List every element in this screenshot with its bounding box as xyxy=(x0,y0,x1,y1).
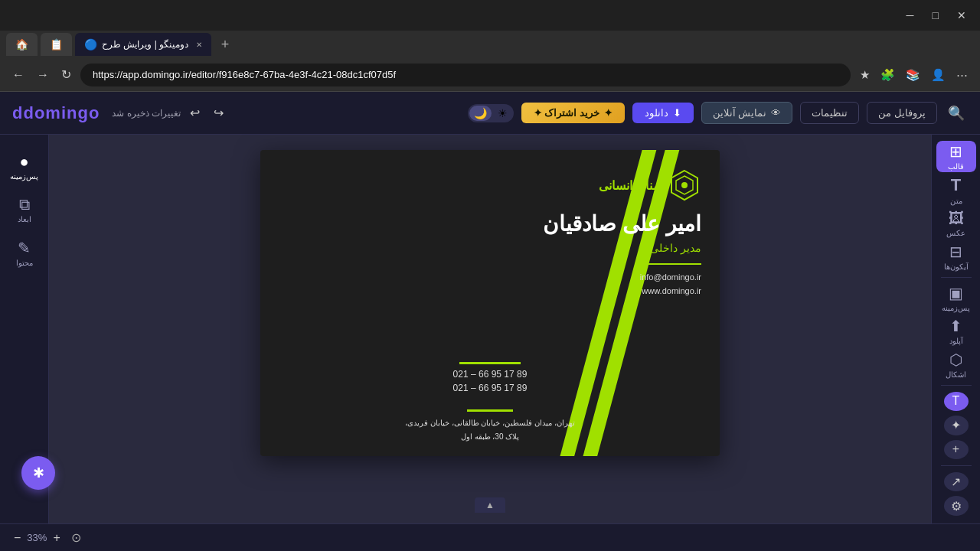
tool-action-settings[interactable]: ⚙ xyxy=(944,496,969,516)
tool-text[interactable]: T متن xyxy=(936,174,976,205)
profile-button[interactable]: پروفایل من xyxy=(867,102,937,124)
tool-image[interactable]: 🖼 عکس xyxy=(936,207,976,239)
collapse-arrow[interactable]: ▲ xyxy=(475,497,505,513)
tool-layers-label: ابعاد xyxy=(18,215,31,223)
download-icon: ⬇ xyxy=(673,107,681,119)
svg-point-2 xyxy=(681,182,688,188)
zoom-in-button[interactable]: + xyxy=(51,530,61,546)
reset-zoom-button[interactable]: ⊙ xyxy=(71,530,81,545)
tool-content[interactable]: ✎ محتوا xyxy=(5,233,44,272)
title-bar: ─ □ ✕ xyxy=(0,0,980,31)
app-logo: ddomingo xyxy=(12,103,100,123)
card-address1: تهران، میدان فلسطین، خیابان طالقانی، خیا… xyxy=(405,419,575,427)
floating-creative-button[interactable]: ✱ xyxy=(21,456,55,490)
minimize-button[interactable]: ─ xyxy=(899,6,922,24)
tool-divider-2 xyxy=(941,385,972,386)
tool-action-translate[interactable]: T xyxy=(944,392,969,412)
tool-image-label: عکس xyxy=(946,229,965,237)
browser-chrome: ─ □ ✕ 🏠 📋 🔵 دومینگو | ویرایش طرح ✕ + ← →… xyxy=(0,0,980,92)
undo-button[interactable]: ↩ xyxy=(185,103,204,123)
collections-button[interactable]: 📚 xyxy=(903,65,923,85)
tool-action-ai[interactable]: ✦ xyxy=(944,416,969,435)
dark-mode-toggle[interactable]: 🌙 ☀ xyxy=(468,104,514,122)
undo-redo: ↩ ↪ xyxy=(185,103,228,123)
tab-2[interactable]: 📋 xyxy=(41,33,72,56)
app-container: ddomingo تغییرات ذخیره شد ↩ ↪ 🌙 ☀ ✦ خرید… xyxy=(0,92,980,551)
card-address2: پلاک 30، طبقه اول xyxy=(461,432,519,441)
zoom-value: 33% xyxy=(27,532,47,543)
app-toolbar: ddomingo تغییرات ذخیره شد ↩ ↪ 🌙 ☀ ✦ خرید… xyxy=(0,92,980,135)
icons-icon: ⊟ xyxy=(949,243,962,261)
url-input[interactable] xyxy=(80,64,851,86)
more-button[interactable]: ⋯ xyxy=(953,65,971,85)
tool-layers[interactable]: ⧉ ابعاد xyxy=(5,190,44,230)
tool-shapes-label: اشکال xyxy=(946,370,966,379)
browser-actions: ★ 🧩 📚 👤 ⋯ xyxy=(857,65,971,85)
settings-button[interactable]: تنظیمات xyxy=(800,102,859,124)
extensions-button[interactable]: 🧩 xyxy=(877,65,898,85)
card-phone2: 021 – 66 95 17 89 xyxy=(453,383,528,393)
tool-background-right-label: پس‌زمینه xyxy=(942,304,970,312)
new-tab-button[interactable]: + xyxy=(214,34,236,55)
preview-icon: 👁 xyxy=(771,107,781,119)
card-name: امیر علی صادقیان xyxy=(543,211,701,236)
bottom-bar: − 33% + ⊙ xyxy=(0,523,980,551)
subscribe-icon: ✦ xyxy=(604,107,612,119)
tool-shapes[interactable]: ⬡ اشکال xyxy=(936,348,976,380)
card-logo: منابع انسانی xyxy=(599,168,701,202)
template-icon: ⊞ xyxy=(949,142,962,161)
preview-button[interactable]: 👁 نمایش آنلاین xyxy=(701,102,793,124)
card-phone1: 021 – 66 95 17 89 xyxy=(453,369,528,380)
floating-icon: ✱ xyxy=(33,465,44,481)
card-title: مدیر داخلی xyxy=(650,242,701,254)
tool-icons[interactable]: ⊟ آیکون‌ها xyxy=(936,240,976,272)
forward-button[interactable]: → xyxy=(34,65,52,85)
refresh-button[interactable]: ↻ xyxy=(58,64,74,85)
subscribe-label: خرید اشتراک ✦ xyxy=(534,107,599,119)
profile-button[interactable]: 👤 xyxy=(928,65,949,85)
profile-label: پروفایل من xyxy=(878,107,926,119)
tool-background-right[interactable]: ▣ پس‌زمینه xyxy=(936,282,976,314)
back-button[interactable]: ← xyxy=(9,65,28,85)
search-toolbar-button[interactable]: 🔍 xyxy=(945,102,968,125)
redo-button[interactable]: ↪ xyxy=(209,103,228,123)
tool-action-add[interactable]: + xyxy=(944,440,969,460)
image-icon: 🖼 xyxy=(949,210,964,227)
card-address-divider xyxy=(467,409,513,412)
editor-area: ● پس‌زمینه ⧉ ابعاد ✎ محتوا xyxy=(0,135,980,523)
tool-content-label: محتوا xyxy=(16,259,33,267)
card-divider xyxy=(640,263,701,265)
moon-icon: 🌙 xyxy=(469,106,492,121)
tool-icons-label: آیکون‌ها xyxy=(944,262,969,271)
tab-close-icon[interactable]: ✕ xyxy=(196,41,202,49)
toolbar-left: ddomingo تغییرات ذخیره شد ↩ ↪ xyxy=(12,103,228,123)
tab-3-icon: 🔵 xyxy=(84,38,97,51)
download-label: دانلود xyxy=(645,107,668,119)
tool-background-label: پس‌زمینه xyxy=(10,172,38,181)
tool-template[interactable]: ⊞ قالب xyxy=(936,141,976,172)
card-website: www.domingo.ir xyxy=(642,286,701,295)
tool-upload[interactable]: ⬆ آپلود xyxy=(936,315,976,347)
logo-text: domingo xyxy=(23,103,100,122)
text-icon: T xyxy=(951,175,961,195)
zoom-out-button[interactable]: − xyxy=(12,530,22,546)
settings-label: تنظیمات xyxy=(812,107,848,119)
close-button[interactable]: ✕ xyxy=(949,6,974,24)
favorites-button[interactable]: ★ xyxy=(857,65,873,85)
tool-divider-3 xyxy=(941,465,972,466)
tab-3-active[interactable]: 🔵 دومینگو | ویرایش طرح ✕ xyxy=(75,33,211,56)
tool-divider-1 xyxy=(941,277,972,278)
tool-background[interactable]: ● پس‌زمینه xyxy=(5,147,44,187)
toolbar-right: 🌙 ☀ ✦ خرید اشتراک ✦ ⬇ دانلود 👁 نمایش آنل… xyxy=(468,102,968,125)
address-bar: ← → ↻ ★ 🧩 📚 👤 ⋯ xyxy=(0,58,980,92)
tool-action-share[interactable]: ↗ xyxy=(944,472,969,492)
background-right-icon: ▣ xyxy=(949,284,963,302)
tool-template-label: قالب xyxy=(948,162,964,171)
download-button[interactable]: ⬇ دانلود xyxy=(632,103,694,123)
zoom-level: − 33% + xyxy=(12,530,62,546)
card-phone-divider xyxy=(459,362,521,364)
tab-1[interactable]: 🏠 xyxy=(6,33,38,56)
business-card[interactable]: منابع انسانی امیر علی صادقیان مدیر داخلی… xyxy=(260,150,720,456)
subscribe-button[interactable]: ✦ خرید اشتراک ✦ xyxy=(521,103,625,123)
maximize-button[interactable]: □ xyxy=(925,6,946,24)
